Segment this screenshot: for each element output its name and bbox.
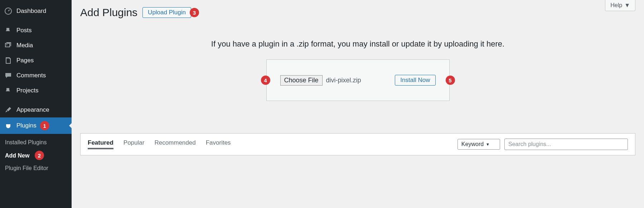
annotation-badge-2: 2	[35, 151, 44, 160]
tab-recommended[interactable]: Recommended	[154, 139, 195, 149]
upload-plugin-button[interactable]: Upload Plugin	[142, 7, 191, 18]
filter-bar: Featured Popular Recommended Favorites K…	[80, 133, 635, 155]
selected-filename: divi-pixel.zip	[326, 77, 361, 84]
sidebar-label: Plugins	[16, 122, 37, 129]
choose-file-button[interactable]: Choose File	[280, 75, 323, 86]
sidebar-label: Comments	[16, 72, 46, 79]
filter-tabs: Featured Popular Recommended Favorites	[88, 139, 231, 149]
sidebar-item-media[interactable]: Media	[0, 38, 72, 53]
sidebar-label: Media	[16, 42, 33, 49]
sidebar-label: Dashboard	[16, 8, 46, 15]
sidebar-label: Projects	[16, 87, 38, 94]
chevron-down-icon: ▼	[624, 2, 630, 9]
help-tab[interactable]: Help ▼	[605, 0, 635, 11]
annotation-badge-4: 4	[261, 76, 270, 85]
brush-icon	[4, 106, 12, 114]
install-now-button[interactable]: Install Now	[395, 75, 435, 86]
search-input[interactable]	[504, 139, 628, 150]
sidebar-item-pages[interactable]: Pages	[0, 53, 72, 68]
file-picker: Choose File divi-pixel.zip	[280, 75, 361, 86]
tab-featured[interactable]: Featured	[88, 139, 113, 149]
sidebar-label: Appearance	[16, 106, 49, 113]
dashboard-icon	[4, 7, 12, 15]
keyword-label: Keyword	[461, 141, 484, 147]
submenu-item-add-new[interactable]: Add New 2	[0, 148, 72, 163]
submenu-item-plugin-file-editor[interactable]: Plugin File Editor	[0, 163, 72, 174]
pin-icon	[4, 26, 12, 34]
sidebar-item-plugins[interactable]: Plugins 1	[0, 117, 72, 134]
annotation-badge-3: 3	[190, 8, 199, 17]
help-label: Help	[610, 2, 622, 9]
upload-instructions: If you have a plugin in a .zip format, y…	[80, 39, 635, 49]
page-title: Add Plugins	[80, 6, 137, 19]
upload-box: 4 Choose File divi-pixel.zip Install Now…	[266, 59, 450, 101]
sidebar-item-comments[interactable]: Comments	[0, 68, 72, 83]
sidebar-label: Pages	[16, 57, 34, 64]
comment-icon	[4, 72, 12, 79]
sidebar-item-appearance[interactable]: Appearance	[0, 102, 72, 117]
annotation-badge-5: 5	[446, 76, 455, 85]
submenu-item-installed-plugins[interactable]: Installed Plugins	[0, 137, 72, 148]
tab-popular[interactable]: Popular	[124, 139, 145, 149]
submenu-label: Add New	[5, 153, 29, 159]
tab-favorites[interactable]: Favorites	[206, 139, 231, 149]
annotation-badge-1: 1	[40, 121, 49, 130]
media-icon	[4, 42, 12, 49]
chevron-down-icon: ▼	[486, 142, 490, 146]
sidebar-item-posts[interactable]: Posts	[0, 23, 72, 38]
pin-icon	[4, 87, 12, 95]
plug-icon	[4, 122, 12, 130]
sidebar-item-dashboard[interactable]: Dashboard	[0, 4, 72, 19]
sidebar-label: Posts	[16, 27, 32, 34]
pages-icon	[4, 57, 12, 64]
main-content: Help ▼ Add Plugins Upload Plugin 3 If yo…	[72, 0, 644, 208]
search-controls: Keyword ▼	[457, 139, 628, 150]
search-type-select[interactable]: Keyword ▼	[457, 139, 500, 150]
admin-sidebar: Dashboard Posts Media Pages Comments Pro…	[0, 0, 72, 208]
svg-point-1	[6, 44, 8, 45]
plugins-submenu: Installed Plugins Add New 2 Plugin File …	[0, 134, 72, 177]
sidebar-item-projects[interactable]: Projects	[0, 83, 72, 98]
